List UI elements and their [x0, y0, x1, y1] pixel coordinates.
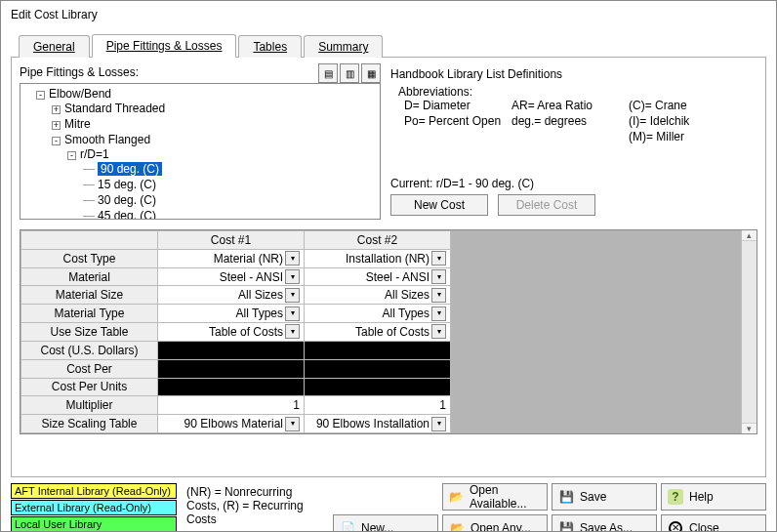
abbrev-cell	[404, 130, 511, 143]
grid-col-header-1[interactable]: Cost #1	[158, 231, 305, 250]
dropdown-icon[interactable]: ▾	[285, 324, 300, 339]
dropdown-icon[interactable]: ▾	[431, 269, 446, 284]
current-selection-label: Current: r/D=1 - 90 deg. (C)	[390, 177, 757, 190]
abbrev-cell: D= Diameter	[404, 99, 511, 112]
grid-cell-cost-type-2[interactable]: Installation (NR)▾	[305, 249, 451, 267]
abbrev-cell: Po= Percent Open	[404, 114, 511, 128]
grid-row-label: Multiplier	[21, 396, 158, 415]
grid-row-label: Cost Per Units	[21, 378, 158, 396]
dropdown-icon[interactable]: ▾	[285, 288, 300, 303]
save-as-button[interactable]: 💾Save As...	[552, 514, 657, 532]
grid-cell-cost-2	[305, 341, 451, 359]
dropdown-icon[interactable]: ▾	[431, 288, 446, 303]
dropdown-icon[interactable]: ▾	[431, 324, 446, 339]
tree-expand-button[interactable]: ▤	[318, 63, 338, 83]
tree-node-mitre[interactable]: Mitre	[64, 117, 91, 131]
legend-local: Local User Library	[11, 516, 177, 532]
tab-page-pipe-fittings: Pipe Fittings & Losses: ▤ ▥ ▦ -Elbow/Ben…	[11, 58, 766, 477]
tree-toggle-icon[interactable]: -	[52, 137, 61, 145]
tree-collapse-button[interactable]: ▥	[340, 63, 359, 83]
grid-cell-matsize-2[interactable]: All Sizes▾	[305, 286, 451, 305]
grid-row-label: Material Size	[21, 286, 158, 305]
grid-cell-usesize-2[interactable]: Table of Costs▾	[305, 323, 451, 342]
abbrev-cell: (I)= Idelchik	[629, 114, 736, 128]
tree-leaf-45deg[interactable]: 45 deg. (C)	[98, 209, 156, 220]
open-any-button[interactable]: 📂Open Any...	[442, 514, 548, 532]
grid-cell-multiplier-2[interactable]: 1	[305, 396, 451, 415]
abbrev-cell: deg.= degrees	[511, 114, 629, 128]
tree-toggle-icon[interactable]: -	[67, 151, 76, 160]
grid-cell-costper-2	[305, 359, 451, 378]
new-cost-button[interactable]: New Cost	[390, 194, 488, 216]
grid-cell-cost-type-1[interactable]: Material (NR)▾	[158, 249, 305, 267]
window-title: Edit Cost Library	[1, 1, 776, 28]
help-icon: ?	[668, 489, 683, 505]
tree-node-elbow-bend[interactable]: Elbow/Bend	[49, 87, 111, 101]
new-button[interactable]: 📄New...	[333, 514, 438, 532]
tab-general[interactable]: General	[19, 35, 90, 58]
tree-leaf-30deg[interactable]: 30 deg. (C)	[98, 193, 156, 207]
tree-toggle-icon[interactable]: +	[52, 105, 61, 114]
close-button[interactable]: ✕Close	[661, 514, 766, 532]
abbrev-cell: (C)= Crane	[629, 99, 736, 112]
abbreviations-grid: D= Diameter AR= Area Ratio (C)= Crane Po…	[390, 99, 757, 143]
tabstrip: General Pipe Fittings & Losses Tables Su…	[11, 32, 766, 58]
folder-open-icon: 📂	[449, 520, 465, 532]
legend-external: External Library (Read-Only)	[11, 500, 177, 515]
help-button[interactable]: ?Help	[661, 483, 766, 511]
tree-filter-button[interactable]: ▦	[361, 63, 381, 83]
tab-summary[interactable]: Summary	[304, 35, 383, 58]
grid-cell-multiplier-1[interactable]: 1	[158, 396, 305, 415]
tree-toggle-icon[interactable]: +	[52, 121, 61, 130]
close-icon: ✕	[668, 520, 683, 532]
grid-cell-costperunits-1	[158, 378, 305, 396]
fittings-tree[interactable]: -Elbow/Bend +Standard Threaded +Mitre -S…	[20, 83, 381, 220]
dropdown-icon[interactable]: ▾	[431, 307, 446, 321]
abbreviations-label: Abbreviations:	[390, 85, 757, 99]
grid-row-label: Cost Per	[21, 359, 158, 378]
save-icon: 💾	[558, 520, 574, 532]
tab-tables[interactable]: Tables	[238, 35, 302, 58]
tree-node-standard-threaded[interactable]: Standard Threaded	[64, 102, 165, 115]
grid-row-label: Cost Type	[21, 249, 158, 267]
grid-cell-scaling-1[interactable]: 90 Elbows Material▾	[158, 415, 305, 433]
dropdown-icon[interactable]: ▾	[431, 417, 446, 431]
grid-cell-usesize-1[interactable]: Table of Costs▾	[158, 323, 305, 342]
grid-cell-mattype-2[interactable]: All Types▾	[305, 305, 451, 323]
tree-node-smooth-flanged[interactable]: Smooth Flanged	[64, 133, 150, 146]
grid-corner	[21, 231, 158, 250]
dropdown-icon[interactable]: ▾	[285, 417, 300, 431]
save-icon: 💾	[558, 489, 574, 505]
grid-row-label: Material	[21, 267, 158, 286]
new-icon: 📄	[340, 520, 355, 532]
abbrev-cell	[511, 130, 629, 143]
open-available-button[interactable]: 📂Open Available...	[442, 483, 548, 511]
grid-cell-material-2[interactable]: Steel - ANSI▾	[305, 267, 451, 286]
grid-cell-matsize-1[interactable]: All Sizes▾	[158, 286, 305, 305]
save-button[interactable]: 💾Save	[552, 483, 657, 511]
grid-cell-material-1[interactable]: Steel - ANSI▾	[158, 267, 305, 286]
grid-vertical-scrollbar[interactable]	[741, 230, 757, 433]
grid-col-header-2[interactable]: Cost #2	[305, 231, 451, 250]
abbrev-cell: AR= Area Ratio	[511, 99, 629, 112]
tab-pipe-fittings[interactable]: Pipe Fittings & Losses	[92, 34, 237, 58]
dropdown-icon[interactable]: ▾	[431, 251, 446, 266]
tree-node-rd1[interactable]: r/D=1	[80, 147, 109, 161]
dropdown-icon[interactable]: ▾	[285, 269, 300, 284]
recurring-note: (NR) = Nonrecurring Costs, (R) = Recurri…	[186, 483, 323, 526]
legend-aft-internal: AFT Internal Library (Read-Only)	[11, 483, 177, 499]
grid-row-label: Size Scaling Table	[21, 415, 158, 433]
grid-cell-cost-1	[158, 341, 305, 359]
grid-row-label: Use Size Table	[21, 323, 158, 342]
grid-cell-scaling-2[interactable]: 90 Elbows Installation▾	[305, 415, 451, 433]
abbrev-cell: (M)= Miller	[629, 130, 736, 143]
tree-toggle-icon[interactable]: -	[36, 91, 45, 100]
dropdown-icon[interactable]: ▾	[285, 307, 300, 321]
tree-leaf-15deg[interactable]: 15 deg. (C)	[98, 178, 156, 191]
folder-open-icon: 📂	[449, 489, 464, 505]
tree-leaf-90deg[interactable]: 90 deg. (C)	[98, 162, 162, 176]
dropdown-icon[interactable]: ▾	[285, 251, 300, 266]
definitions-title: Handbook Library List Definitions	[390, 67, 757, 81]
grid-row-label: Cost (U.S. Dollars)	[21, 341, 158, 359]
grid-cell-mattype-1[interactable]: All Types▾	[158, 305, 305, 323]
